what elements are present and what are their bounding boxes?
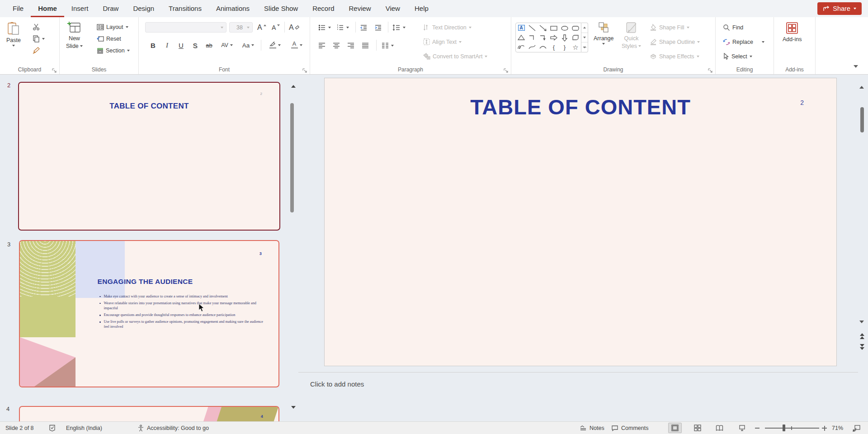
- notes-pane-divider[interactable]: [298, 372, 858, 373]
- spellcheck-button[interactable]: [49, 422, 56, 434]
- paragraph-dialog-launcher[interactable]: [504, 67, 509, 72]
- justify-button[interactable]: [362, 40, 369, 51]
- elbow-connector-shape[interactable]: [528, 33, 537, 42]
- slide-sorter-button[interactable]: [691, 423, 704, 433]
- line-shape[interactable]: [528, 24, 537, 32]
- align-left-button[interactable]: [318, 40, 326, 51]
- shape-outline-button[interactable]: Shape Outline: [650, 36, 700, 47]
- zoom-in-button[interactable]: [822, 422, 828, 434]
- arrange-button[interactable]: Arrange: [594, 17, 613, 45]
- bullets-button[interactable]: [318, 22, 331, 33]
- convert-smartart-button[interactable]: Convert to SmartArt: [423, 51, 487, 62]
- drawing-dialog-launcher[interactable]: [708, 67, 713, 72]
- align-center-button[interactable]: [333, 40, 340, 51]
- oval-shape[interactable]: [560, 24, 569, 32]
- thumbnail-scrollbar[interactable]: [291, 75, 297, 421]
- left-brace-shape[interactable]: {: [553, 44, 555, 50]
- star-shape[interactable]: ☆: [572, 44, 578, 51]
- tab-review[interactable]: Review: [342, 0, 378, 17]
- decrease-indent-button[interactable]: [360, 22, 368, 33]
- shrink-font-button[interactable]: A: [272, 22, 280, 33]
- numbering-button[interactable]: [336, 22, 349, 33]
- shape-effects-button[interactable]: Shape Effects: [650, 51, 699, 62]
- arrow-shape[interactable]: [538, 24, 547, 32]
- change-case-button[interactable]: Aa: [239, 40, 257, 51]
- next-slide-button[interactable]: [860, 344, 864, 350]
- elbow-arrow-connector-shape[interactable]: [538, 33, 547, 42]
- fit-to-window-button[interactable]: [853, 422, 860, 434]
- tab-record[interactable]: Record: [305, 0, 341, 17]
- tab-transitions[interactable]: Transitions: [161, 0, 209, 17]
- thumbnail-scroll-up-icon[interactable]: [291, 77, 296, 85]
- collapse-ribbon-button[interactable]: [854, 61, 858, 70]
- align-right-button[interactable]: [347, 40, 354, 51]
- select-button[interactable]: Select: [723, 51, 752, 62]
- tab-animations[interactable]: Animations: [209, 0, 257, 17]
- shape-gallery[interactable]: A { } ☆: [515, 23, 581, 52]
- clear-formatting-button[interactable]: A: [289, 22, 299, 33]
- slide-thumbnail-4[interactable]: 4: [19, 406, 279, 421]
- text-direction-button[interactable]: Text Direction: [423, 22, 472, 33]
- right-arrow-shape[interactable]: [549, 33, 558, 42]
- tab-help[interactable]: Help: [407, 0, 436, 17]
- format-painter-button[interactable]: [33, 45, 40, 56]
- thumbnail-scrollbar-thumb[interactable]: [290, 103, 294, 212]
- curve-shape[interactable]: [528, 43, 537, 51]
- reset-button[interactable]: Reset: [97, 33, 121, 44]
- editor-scroll-up-icon[interactable]: [859, 78, 864, 86]
- find-button[interactable]: Find: [723, 22, 743, 33]
- gallery-scroll-down[interactable]: [581, 33, 588, 43]
- rounded-rectangle-shape[interactable]: [571, 24, 580, 32]
- reading-view-button[interactable]: [712, 423, 726, 433]
- zoom-level-button[interactable]: 71%: [832, 422, 843, 434]
- increase-indent-button[interactable]: [374, 22, 382, 33]
- grow-font-button[interactable]: A: [257, 22, 266, 33]
- underline-button[interactable]: U: [175, 40, 187, 51]
- zoom-out-button[interactable]: [755, 422, 761, 434]
- accessibility-button[interactable]: Accessibility: Good to go: [137, 422, 209, 434]
- slide-thumbnail-3[interactable]: ENGAGING THE AUDIENCE 3 Make eye contact…: [19, 240, 279, 387]
- font-dialog-launcher[interactable]: [302, 67, 307, 72]
- tab-draw[interactable]: Draw: [95, 0, 126, 17]
- quick-styles-button[interactable]: Quick Styles: [622, 17, 641, 49]
- slide-title-textbox[interactable]: TABLE OF CONTENT: [325, 94, 836, 119]
- slideshow-button[interactable]: [735, 423, 749, 433]
- font-size-combo[interactable]: 38: [229, 22, 253, 33]
- text-box-shape[interactable]: A: [518, 25, 525, 31]
- notes-toggle-button[interactable]: Notes: [580, 422, 604, 434]
- paste-button[interactable]: Paste: [6, 17, 21, 47]
- font-color-button[interactable]: A: [287, 40, 306, 51]
- shape-fill-button[interactable]: Shape Fill: [650, 22, 689, 33]
- highlight-color-button[interactable]: [265, 40, 284, 51]
- gallery-more-button[interactable]: [581, 42, 588, 52]
- cut-button[interactable]: [33, 21, 40, 33]
- tab-design[interactable]: Design: [126, 0, 161, 17]
- character-spacing-button[interactable]: AV: [218, 40, 236, 51]
- editor-scrollbar-thumb[interactable]: [860, 107, 864, 132]
- bold-button[interactable]: B: [147, 40, 159, 51]
- addins-button[interactable]: Add-ins: [783, 17, 802, 42]
- columns-button[interactable]: [382, 40, 394, 51]
- gallery-scroll-up[interactable]: [581, 23, 588, 33]
- slide-canvas[interactable]: TABLE OF CONTENT 2: [324, 78, 837, 366]
- zoom-slider-handle[interactable]: [783, 425, 785, 431]
- editor-scroll-down-icon[interactable]: [859, 323, 864, 331]
- arc-shape[interactable]: [538, 43, 547, 51]
- tab-home[interactable]: Home: [31, 0, 64, 17]
- notes-placeholder[interactable]: Click to add notes: [310, 380, 364, 388]
- tab-insert[interactable]: Insert: [64, 0, 96, 17]
- text-shadow-button[interactable]: S: [189, 40, 201, 51]
- line-spacing-button[interactable]: [392, 22, 406, 33]
- comments-toggle-button[interactable]: Comments: [611, 422, 648, 434]
- right-brace-shape[interactable]: }: [564, 44, 566, 50]
- triangle-shape[interactable]: [517, 33, 526, 42]
- previous-slide-button[interactable]: [860, 333, 864, 339]
- thumbnail-scroll-down-icon[interactable]: [291, 409, 296, 417]
- plaque-shape[interactable]: [571, 33, 580, 42]
- clipboard-dialog-launcher[interactable]: [52, 67, 57, 72]
- section-button[interactable]: Section: [97, 45, 130, 56]
- italic-button[interactable]: I: [161, 40, 173, 51]
- down-arrow-shape[interactable]: [560, 33, 569, 42]
- tab-slide-show[interactable]: Slide Show: [257, 0, 305, 17]
- slide-thumbnail-2[interactable]: TABLE OF CONTENT 2: [18, 82, 280, 231]
